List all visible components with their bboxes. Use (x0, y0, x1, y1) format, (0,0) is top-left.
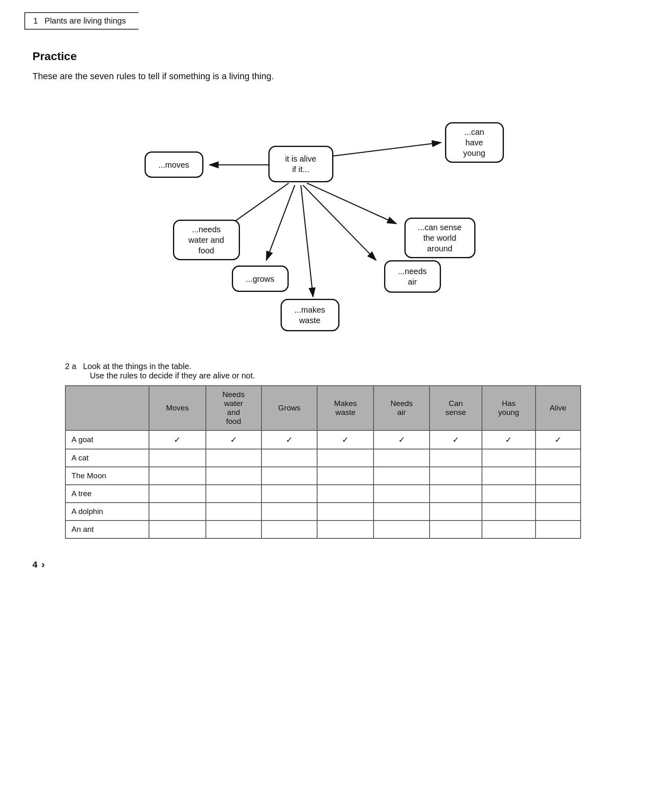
row-cell-moves: ✓ (149, 430, 205, 449)
row-cell-moves (149, 520, 205, 538)
row-name: A cat (65, 449, 149, 467)
row-cell-needs_air: ✓ (374, 430, 429, 449)
svg-line-8 (301, 185, 313, 297)
question-number: 2 a (65, 362, 81, 371)
row-cell-water_food (206, 467, 261, 485)
table-row: A tree (65, 485, 581, 503)
row-cell-can_sense (430, 467, 482, 485)
page-number: 4 (32, 559, 37, 570)
col-header-name (65, 386, 149, 430)
row-name: A tree (65, 485, 149, 503)
row-cell-makes_waste (317, 449, 374, 467)
row-cell-makes_waste (317, 503, 374, 520)
mindmap-needs-air: ...needsair (384, 260, 441, 293)
col-header-makes-waste: Makeswaste (317, 386, 374, 430)
table-row: A goat✓✓✓✓✓✓✓✓ (65, 430, 581, 449)
row-cell-grows (261, 485, 317, 503)
intro-text: These are the seven rules to tell if som… (32, 71, 614, 82)
col-header-needs-air: Needsair (374, 386, 429, 430)
row-cell-water_food (206, 520, 261, 538)
chapter-title: Plants are living things (45, 16, 126, 25)
col-header-alive: Alive (536, 386, 581, 430)
svg-line-7 (303, 185, 376, 260)
row-cell-water_food (206, 503, 261, 520)
row-cell-grows (261, 467, 317, 485)
table-row: The Moon (65, 467, 581, 485)
row-cell-moves (149, 503, 205, 520)
table-header-row: Moves Needswaterandfood Grows Makeswaste… (65, 386, 581, 430)
row-name: A goat (65, 430, 149, 449)
footer: 4 › (32, 559, 614, 570)
mindmap-have-young: ...canhaveyoung (445, 122, 504, 163)
row-cell-alive (536, 485, 581, 503)
question-label: 2 a Look at the things in the table. Use… (65, 362, 581, 380)
row-cell-can_sense (430, 503, 482, 520)
living-things-table: Moves Needswaterandfood Grows Makeswaste… (65, 385, 581, 539)
col-header-grows: Grows (261, 386, 317, 430)
row-cell-can_sense: ✓ (430, 430, 482, 449)
col-header-can-sense: Cansense (430, 386, 482, 430)
row-cell-grows: ✓ (261, 430, 317, 449)
row-cell-alive: ✓ (536, 430, 581, 449)
mindmap-can-sense: ...can sensethe worldaround (404, 218, 475, 258)
row-cell-makes_waste: ✓ (317, 430, 374, 449)
row-cell-alive (536, 503, 581, 520)
table-section: 2 a Look at the things in the table. Use… (65, 362, 581, 539)
row-cell-can_sense (430, 520, 482, 538)
practice-section: Practice These are the seven rules to te… (32, 50, 614, 539)
row-cell-makes_waste (317, 520, 374, 538)
row-cell-water_food (206, 449, 261, 467)
col-header-water-food: Needswaterandfood (206, 386, 261, 430)
row-cell-makes_waste (317, 485, 374, 503)
row-cell-water_food: ✓ (206, 430, 261, 449)
row-name: An ant (65, 520, 149, 538)
question-line1: Look at the things in the table. (83, 362, 191, 371)
mindmap-water-food: ...needswater andfood (173, 220, 240, 260)
row-cell-grows (261, 503, 317, 520)
mindmap-grows: ...grows (232, 266, 289, 292)
chapter-num: 1 (33, 16, 38, 25)
row-cell-alive (536, 520, 581, 538)
row-cell-needs_air (374, 467, 429, 485)
col-header-has-young: Hasyoung (482, 386, 535, 430)
row-cell-moves (149, 449, 205, 467)
table-row: A dolphin (65, 503, 581, 520)
col-header-moves: Moves (149, 386, 205, 430)
row-cell-moves (149, 467, 205, 485)
row-cell-grows (261, 449, 317, 467)
row-cell-moves (149, 485, 205, 503)
question-line2: Use the rules to decide if they are aliv… (90, 371, 255, 380)
row-cell-has_young (482, 503, 535, 520)
row-cell-has_young (482, 520, 535, 538)
row-name: The Moon (65, 467, 149, 485)
row-cell-grows (261, 520, 317, 538)
table-row: A cat (65, 449, 581, 467)
row-cell-alive (536, 449, 581, 467)
row-cell-has_young (482, 449, 535, 467)
mindmap-moves: ...moves (145, 151, 203, 178)
row-cell-can_sense (430, 449, 482, 467)
mindmap-makes-waste: ...makeswaste (281, 299, 339, 331)
row-name: A dolphin (65, 503, 149, 520)
row-cell-has_young (482, 467, 535, 485)
row-cell-needs_air (374, 503, 429, 520)
row-cell-alive (536, 467, 581, 485)
row-cell-has_young: ✓ (482, 430, 535, 449)
row-cell-water_food (206, 485, 261, 503)
row-cell-can_sense (430, 485, 482, 503)
mindmap: it is aliveif it... ...moves ...canhavey… (120, 98, 526, 341)
mindmap-center: it is aliveif it... (268, 146, 333, 182)
row-cell-has_young (482, 485, 535, 503)
next-arrow-icon: › (41, 559, 45, 570)
row-cell-makes_waste (317, 467, 374, 485)
section-title: Practice (32, 50, 614, 63)
row-cell-needs_air (374, 520, 429, 538)
chapter-header: 1 Plants are living things (24, 12, 150, 30)
row-cell-needs_air (374, 485, 429, 503)
table-row: An ant (65, 520, 581, 538)
header-banner: 1 Plants are living things (24, 12, 622, 30)
row-cell-needs_air (374, 449, 429, 467)
